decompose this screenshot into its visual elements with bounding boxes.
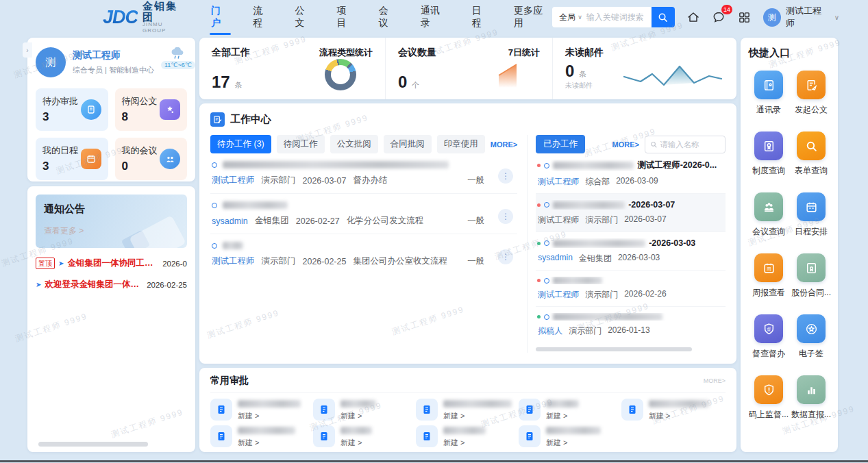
quick-data-report[interactable]: 数据直报... bbox=[791, 375, 831, 421]
originator-link[interactable]: 测试工程师 bbox=[212, 175, 255, 186]
originator-link[interactable]: 测试工程师 bbox=[212, 255, 255, 267]
approval-template[interactable]: 新建 > bbox=[621, 399, 724, 421]
tile-label: 我的会议 bbox=[122, 145, 158, 157]
avatar[interactable]: 测 bbox=[36, 47, 66, 77]
approval-template[interactable]: 新建 > bbox=[210, 399, 313, 421]
user-name[interactable]: 测试工程师 bbox=[73, 49, 154, 62]
quick-form-search[interactable]: 表单查询 bbox=[791, 132, 831, 177]
read-doc-icon bbox=[160, 99, 180, 120]
approval-template[interactable]: 新建 > bbox=[519, 399, 621, 421]
status-dot bbox=[537, 203, 541, 207]
create-new-link[interactable]: 新建 > bbox=[443, 438, 486, 448]
menu-portal[interactable]: 门户 bbox=[210, 0, 231, 39]
todo-item[interactable]: 测试工程师 演示部门 2026-03-07 督办办结 一般 ⋮ bbox=[210, 153, 517, 194]
apps-grid-icon[interactable] bbox=[737, 10, 752, 25]
menu-schedule[interactable]: 日程 bbox=[471, 0, 492, 39]
originator-link[interactable]: 测试工程师 bbox=[538, 176, 579, 188]
horizontal-scrollbar[interactable] bbox=[38, 442, 148, 447]
tab-doc-review[interactable]: 公文批阅 bbox=[330, 135, 378, 153]
create-new-link[interactable]: 新建 > bbox=[238, 438, 295, 448]
originator-link[interactable]: sysadmin bbox=[212, 216, 248, 226]
tile-todo-approvals[interactable]: 待办审批 3 bbox=[36, 88, 108, 131]
done-more-link[interactable]: MORE> bbox=[612, 140, 639, 149]
user-menu[interactable]: 测 测试工程师 ∨ bbox=[763, 5, 839, 29]
quick-esign[interactable]: 电子签 bbox=[791, 314, 831, 360]
done-item[interactable]: -2026-03-07 测试工程师演示部门2026-03-07 bbox=[536, 194, 726, 232]
create-new-link[interactable]: 新建 > bbox=[340, 411, 376, 421]
approval-template[interactable]: 新建 > bbox=[416, 399, 519, 421]
quick-schedule[interactable]: 日程安排 bbox=[791, 192, 831, 238]
originator-link[interactable]: 测试工程师 bbox=[538, 289, 579, 301]
menu-project[interactable]: 项目 bbox=[336, 0, 357, 39]
create-new-link[interactable]: 新建 > bbox=[238, 411, 301, 421]
menu-contacts[interactable]: 通讯录 bbox=[419, 0, 450, 39]
horizontal-scrollbar[interactable] bbox=[536, 347, 692, 351]
create-new-link[interactable]: 新建 > bbox=[340, 438, 372, 448]
menu-meeting[interactable]: 会议 bbox=[377, 0, 399, 39]
menu-process[interactable]: 流程 bbox=[251, 0, 273, 39]
approval-template[interactable]: 新建 > bbox=[416, 425, 519, 448]
approval-template[interactable]: 新建 > bbox=[313, 425, 416, 448]
done-item[interactable]: 测试工程师演示部门2026-02-26 bbox=[536, 271, 726, 307]
originator-link[interactable]: 拟稿人 bbox=[538, 325, 562, 337]
quick-label: 发起公文 bbox=[795, 104, 828, 116]
tile-label: 待阅公文 bbox=[122, 95, 158, 108]
tab-seal-usage[interactable]: 印章使用 bbox=[437, 135, 485, 153]
originator-link[interactable]: sysadmin bbox=[538, 253, 573, 264]
search-input[interactable] bbox=[586, 12, 652, 22]
done-item[interactable]: 测试工程师-2026-0... 测试工程师综合部2026-03-09 bbox=[536, 153, 726, 194]
window-bottom-edge bbox=[0, 460, 868, 462]
contacts-book-icon bbox=[754, 71, 783, 99]
create-new-link[interactable]: 新建 > bbox=[546, 411, 579, 421]
quick-contacts[interactable]: 通讯录 bbox=[749, 71, 789, 116]
todo-item[interactable]: 测试工程师 演示部门 2026-02-25 集团公司办公室收文流程 一般 ⋮ bbox=[210, 234, 517, 274]
message-icon[interactable]: 14 bbox=[712, 10, 727, 25]
approval-template[interactable]: 新建 > bbox=[210, 425, 313, 448]
done-item[interactable]: 拟稿人演示部门2026-01-13 bbox=[536, 307, 726, 342]
quick-label: 周报查看 bbox=[752, 287, 785, 299]
create-new-link[interactable]: 新建 > bbox=[443, 411, 512, 421]
weekly-calendar-icon: 周 bbox=[754, 253, 783, 282]
done-search-input[interactable] bbox=[660, 140, 720, 149]
approval-template[interactable]: 新建 > bbox=[313, 399, 416, 421]
quick-weekly-report[interactable]: 周 周报查看 bbox=[749, 253, 789, 299]
quick-label: 会议查询 bbox=[752, 226, 785, 238]
quick-share-contract[interactable]: 股份合同... bbox=[791, 253, 831, 299]
redacted-title bbox=[340, 427, 372, 434]
approval-template[interactable]: 新建 > bbox=[519, 425, 621, 448]
notice-item[interactable]: ➤ 欢迎登录金钼集团一体协同... 2026-02-25 bbox=[36, 279, 187, 290]
esign-star-icon bbox=[797, 314, 826, 343]
quick-supervision[interactable]: 督 督查督办 bbox=[749, 314, 789, 360]
tile-value: 3 bbox=[42, 160, 78, 173]
approvals-more-link[interactable]: MORE> bbox=[704, 377, 726, 384]
redacted-title bbox=[553, 201, 625, 209]
search-button[interactable] bbox=[652, 7, 675, 27]
done-work-button[interactable]: 已办工作 bbox=[536, 135, 585, 153]
user-name: 测试工程师 bbox=[786, 5, 830, 29]
menu-document[interactable]: 公文 bbox=[293, 0, 314, 39]
tab-todo-work[interactable]: 待办工作 (3) bbox=[210, 135, 271, 153]
tile-my-schedule[interactable]: 我的日程 3 bbox=[36, 138, 108, 180]
quick-meeting-search[interactable]: 会议查询 bbox=[749, 192, 789, 238]
quick-policy-search[interactable]: 制度查询 bbox=[749, 132, 789, 177]
menu-more-apps[interactable]: 更多应用 bbox=[512, 0, 552, 39]
tile-unread-docs[interactable]: 待阅公文 8 bbox=[115, 88, 188, 131]
home-icon[interactable] bbox=[686, 10, 701, 25]
quick-create-doc[interactable]: 发起公文 bbox=[791, 71, 831, 116]
tile-my-meetings[interactable]: 我的会议 0 bbox=[115, 138, 188, 180]
tab-to-read-work[interactable]: 待阅工作 bbox=[277, 135, 325, 153]
sidebar-collapse-handle[interactable]: › bbox=[23, 42, 32, 58]
approvals-title: 常用审批 bbox=[210, 375, 249, 387]
todo-item[interactable]: sysadmin 金钼集团 2026-02-27 化学分公司发文流程 一般 ⋮ bbox=[210, 194, 517, 234]
create-new-link[interactable]: 新建 > bbox=[546, 438, 601, 448]
tab-contract-review[interactable]: 合同批阅 bbox=[384, 135, 432, 153]
quick-code-supervision[interactable]: 码上监督... bbox=[749, 375, 789, 421]
done-item[interactable]: -2026-03-03 sysadmin金钼集团2026-03-03 bbox=[536, 232, 726, 271]
create-new-link[interactable]: 新建 > bbox=[649, 411, 709, 421]
notice-text: 金钼集团一体协同工作平... bbox=[67, 258, 159, 269]
todo-more-link[interactable]: MORE> bbox=[491, 140, 517, 149]
logo-en: JINMU GROUP bbox=[142, 22, 188, 34]
notice-item[interactable]: 置顶 ➤ 金钼集团一体协同工作平... 2026-0 bbox=[36, 258, 187, 269]
svg-text:周: 周 bbox=[767, 266, 771, 271]
search-scope-select[interactable]: 全局∨ bbox=[552, 12, 586, 23]
